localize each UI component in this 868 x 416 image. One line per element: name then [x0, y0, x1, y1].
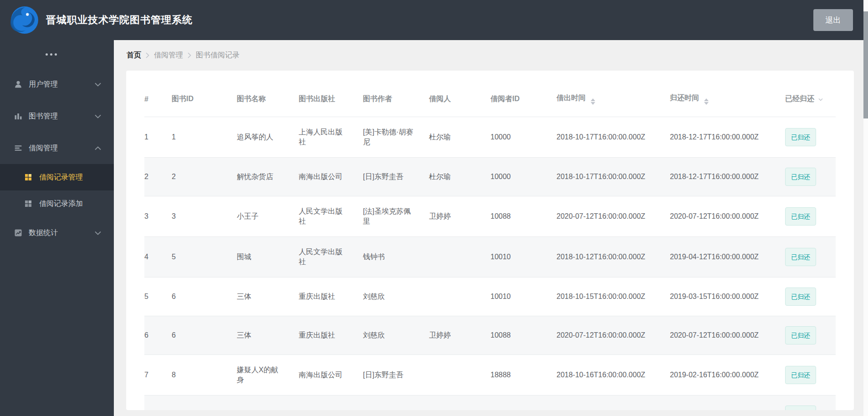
cell-author: 刘慈欣 [363, 277, 429, 316]
chevron-down-icon [95, 231, 101, 235]
cell-book-id: 6 [172, 316, 237, 355]
cell-return-time: 2018-12-17T16:00:00.000Z [670, 158, 785, 196]
ellipsis-icon [46, 53, 59, 56]
cell-borrower-id: 10088 [490, 196, 557, 237]
cell-borrow-time: 2018-10-16T16:00:00.000Z [557, 355, 670, 395]
column-header-publisher: 图书出版社 [299, 78, 363, 117]
cell-return-time: 2020-07-12T16:00:00.000Z [670, 395, 785, 411]
column-header-index: # [144, 78, 172, 117]
cell-borrower: 卫婷婷 [429, 316, 490, 355]
cell-book-id: 3 [172, 196, 237, 237]
cell-status: 已归还 [785, 237, 836, 277]
cell-status: 已归还 [785, 316, 836, 355]
grid-icon [24, 200, 32, 208]
table-row: 4 5 围城 人民文学出版社 钱钟书 10010 2018-10-12T16:0… [144, 237, 836, 277]
table-row: 3 3 小王子 人民文学出版社 [法]圣埃克苏佩里 卫婷婷 10088 2020… [144, 196, 836, 237]
cell-borrower [429, 355, 490, 395]
sidebar: 用户管理 图书管理 借阅管理 借阅记录管理 借 [0, 40, 114, 416]
cell-borrow-time: 2020-07-12T16:00:00.000Z [557, 316, 670, 355]
cell-book-name: 解忧杂货店 [237, 158, 299, 196]
column-header-book-name: 图书名称 [237, 78, 299, 117]
cell-index: 3 [144, 196, 172, 237]
breadcrumb-borrow-management[interactable]: 借阅管理 [154, 51, 183, 60]
cell-borrower [429, 237, 490, 277]
trend-chart-icon [14, 228, 23, 237]
cell-status: 已归还 [785, 158, 836, 196]
sidebar-item-label: 借阅管理 [29, 144, 58, 153]
sidebar-item-user-management[interactable]: 用户管理 [0, 68, 114, 100]
sidebar-item-label: 借阅记录添加 [39, 199, 83, 209]
cell-publisher: 重庆出版社 [299, 277, 363, 316]
sort-caret-icon [591, 98, 595, 105]
list-icon [14, 144, 23, 153]
cell-book-id: 1 [172, 117, 237, 158]
cell-author: 刘慈欣 [363, 316, 429, 355]
page-scrollbar[interactable] [863, 0, 868, 416]
scrollbar-thumb[interactable] [863, 11, 868, 118]
sidebar-item-book-management[interactable]: 图书管理 [0, 100, 114, 132]
status-badge: 已归还 [785, 207, 816, 226]
sort-caret-icon [704, 98, 709, 105]
sidebar-item-label: 数据统计 [29, 228, 58, 238]
cell-return-time: 2020-07-12T16:00:00.000Z [670, 316, 785, 355]
column-header-borrow-time[interactable]: 借出时间 [557, 78, 670, 117]
cell-borrower-id: 10010 [490, 237, 557, 277]
table-body: 1 1 追风筝的人 上海人民出版社 [美]卡勒德·胡赛尼 杜尔瑜 10000 2… [144, 117, 836, 411]
cell-status: 已归还 [785, 395, 836, 411]
cell-book-name: 三体 [237, 277, 299, 316]
status-badge: 已归还 [785, 366, 816, 384]
chevron-down-icon [95, 82, 101, 87]
cell-author: [日]东野圭吾 [363, 355, 429, 395]
cell-borrower-id: 18888 [490, 355, 557, 395]
table-card: # 图书ID 图书名称 图书出版社 图书作者 借阅人 借阅者ID 借出时间 归还… [126, 71, 854, 410]
table-header-row: # 图书ID 图书名称 图书出版社 图书作者 借阅人 借阅者ID 借出时间 归还… [144, 78, 836, 117]
sidebar-item-data-statistics[interactable]: 数据统计 [0, 217, 114, 249]
cell-author: 钱钟书 [363, 237, 429, 277]
sidebar-item-label: 借阅记录管理 [39, 173, 83, 182]
column-header-returned-status[interactable]: 已经归还 [785, 78, 836, 117]
status-badge: 已归还 [785, 168, 816, 186]
sidebar-item-borrow-records[interactable]: 借阅记录管理 [0, 164, 114, 190]
sidebar-collapse-button[interactable] [0, 40, 114, 68]
sidebar-item-label: 图书管理 [29, 112, 58, 121]
cell-borrow-time: 2018-10-15T16:00:00.000Z [557, 277, 670, 316]
table-row: 1 1 追风筝的人 上海人民出版社 [美]卡勒德·胡赛尼 杜尔瑜 10000 2… [144, 117, 836, 158]
sidebar-item-borrow-record-add[interactable]: 借阅记录添加 [0, 190, 114, 217]
cell-book-name: 小王子 [237, 196, 299, 237]
column-header-borrower: 借阅人 [429, 78, 490, 117]
cell-book-id: 8 [172, 355, 237, 395]
caret-down-icon [818, 95, 823, 103]
status-badge: 已归还 [785, 406, 816, 410]
table-row: 7 8 嫌疑人X的献身 南海出版公司 [日]东野圭吾 18888 2018-10… [144, 355, 836, 395]
cell-author: [美]卡勒德·胡赛尼 [363, 117, 429, 158]
cell-book-id: 9 [172, 395, 237, 411]
cell-borrower: 杜尔瑜 [429, 117, 490, 158]
cell-index: 1 [144, 117, 172, 158]
cell-borrow-time: 2018-10-17T16:00:00.000Z [557, 158, 670, 196]
borrow-records-table: # 图书ID 图书名称 图书出版社 图书作者 借阅人 借阅者ID 借出时间 归还… [144, 78, 836, 410]
table-row: 2 2 解忧杂货店 南海出版公司 [日]东野圭吾 杜尔瑜 10000 2018-… [144, 158, 836, 196]
status-badge: 已归还 [785, 326, 816, 344]
cell-return-time: 2019-02-16T16:00:00.000Z [670, 355, 785, 395]
cell-borrower: 杜尔瑜 [429, 158, 490, 196]
app-header: 晋城职业技术学院图书管理系统 退出 [0, 0, 868, 40]
cell-index: 6 [144, 316, 172, 355]
cell-index: 4 [144, 237, 172, 277]
cell-author: 余华 [363, 395, 429, 411]
cell-status: 已归还 [785, 196, 836, 237]
cell-borrow-time: 2019-12-09T16:00:00.000Z [557, 395, 670, 411]
cell-index: 7 [144, 355, 172, 395]
breadcrumb-home[interactable]: 首页 [127, 51, 141, 60]
sidebar-item-borrow-management[interactable]: 借阅管理 [0, 132, 114, 164]
cell-borrower-id: 10010 [490, 277, 557, 316]
logout-button[interactable]: 退出 [813, 9, 853, 31]
cell-borrower-id: 10000 [490, 117, 557, 158]
cell-status: 已归还 [785, 117, 836, 158]
cell-borrower [429, 277, 490, 316]
cell-book-id: 2 [172, 158, 237, 196]
cell-publisher: 人民文学出版社 [299, 237, 363, 277]
table-row: 6 6 三体 重庆出版社 刘慈欣 卫婷婷 10088 2020-07-12T16… [144, 316, 836, 355]
cell-book-name: 活着 [237, 395, 299, 411]
column-header-return-time[interactable]: 归还时间 [670, 78, 785, 117]
cell-book-name: 嫌疑人X的献身 [237, 355, 299, 395]
